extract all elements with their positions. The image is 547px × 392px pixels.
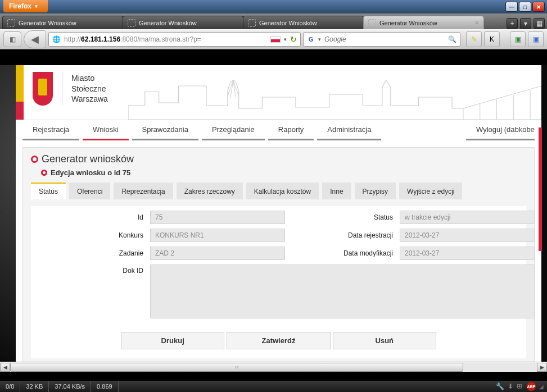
divider	[62, 72, 62, 105]
url-bar[interactable]: 🌐 http://62.181.1.156:8080/ma/ma.strona.…	[48, 32, 301, 47]
bullet-icon	[41, 170, 47, 176]
tab-wyjscie[interactable]: Wyjście z edycji	[399, 183, 463, 199]
bullet-icon	[31, 156, 38, 163]
panel-title: Generator wniosków	[31, 153, 526, 165]
label-data-modyfikacji: Data modyfikacji	[292, 249, 393, 257]
new-tab-button[interactable]: +	[507, 18, 518, 29]
addon-button[interactable]: ▣	[528, 31, 544, 47]
search-icon[interactable]: 🔍	[448, 35, 456, 43]
minimize-button[interactable]: —	[505, 2, 518, 12]
close-button[interactable]: ✕	[532, 2, 545, 12]
download-icon[interactable]: ⬇	[508, 382, 513, 390]
status-time: 0.869	[91, 381, 119, 392]
field-status: w trakcie edycji	[400, 211, 535, 224]
svg-line-8	[233, 80, 236, 98]
tab-reprezentacja[interactable]: Reprezentacja	[114, 183, 173, 199]
addon-button[interactable]: ▣	[510, 31, 526, 47]
approve-button[interactable]: Zatwierdź	[227, 332, 330, 349]
search-bar[interactable]: G ▾ 🔍	[303, 32, 460, 47]
accent-bar	[539, 127, 542, 251]
chevron-down-icon[interactable]: ▾	[318, 37, 321, 42]
flag-icon	[270, 36, 281, 43]
field-data-modyfikacji: 2012-03-27	[400, 247, 535, 260]
close-icon[interactable]: ✕	[474, 20, 479, 26]
sidebar-toggle-button[interactable]: ◧	[3, 31, 21, 47]
horizontal-scrollbar[interactable]: ◀ ▶	[0, 362, 547, 372]
field-zadanie: ZAD 2	[150, 247, 285, 260]
search-input[interactable]	[324, 35, 445, 43]
form-tabs: Status Oferenci Reprezentacja Zakres rze…	[31, 183, 526, 199]
tab-title: Generator Wniosków	[139, 20, 197, 26]
label-data-rejestracji: Data rejestracji	[292, 231, 393, 239]
label-id: Id	[31, 213, 143, 221]
nav-sprawozdania[interactable]: Sprawozdania	[132, 120, 198, 140]
skyline-illustration	[128, 75, 541, 120]
url-text[interactable]: http://62.181.1.156:8080/ma/ma.strona.st…	[64, 35, 267, 43]
tab-inne[interactable]: Inne	[322, 183, 351, 199]
tab-oferenci[interactable]: Oferenci	[69, 183, 110, 199]
nav-raporty[interactable]: Raporty	[268, 120, 314, 140]
status-counter: 0/0	[0, 381, 20, 392]
browser-tab[interactable]: Generator Wniosków	[243, 16, 364, 29]
shield-icon[interactable]: ⛨	[517, 382, 523, 390]
browser-navbar: ◧ ◀ 🌐 http://62.181.1.156:8080/ma/ma.str…	[0, 29, 547, 49]
delete-button[interactable]: Usuń	[333, 332, 436, 349]
label-dokid: Dok ID	[31, 265, 143, 275]
tab-zakres[interactable]: Zakres rzeczowy	[177, 183, 243, 199]
list-tabs-button[interactable]: ▾	[520, 18, 531, 29]
browser-statusbar: 0/0 32 KB 37.04 KB/s 0.869 🔧 ⬇ ⛨ ABP ◢	[0, 381, 547, 392]
label-konkurs: Konkurs	[31, 231, 143, 239]
browser-tab[interactable]: Generator Wniosków	[123, 16, 243, 29]
maximize-button[interactable]: □	[519, 2, 531, 12]
chevron-down-icon[interactable]: ▾	[284, 37, 287, 42]
google-icon: G	[307, 35, 315, 43]
page-icon	[368, 19, 376, 27]
browser-tab[interactable]: Generator Wniosków ✕	[363, 16, 484, 29]
reload-icon[interactable]: ↻	[290, 35, 297, 44]
banner-stripe	[16, 65, 24, 120]
tab-status[interactable]: Status	[31, 183, 66, 199]
k-addon-button[interactable]: K	[484, 31, 500, 47]
status-speed: 37.04 KB/s	[49, 381, 91, 392]
field-dokid[interactable]	[150, 265, 535, 318]
main-nav: Rejestracja Wnioski Sprawozdania Przeglą…	[16, 120, 541, 140]
content-panel: Generator wniosków Edycja wniosku o id 7…	[22, 147, 535, 368]
highlighter-addon-button[interactable]: ✎	[466, 31, 482, 47]
scroll-thumb[interactable]	[10, 363, 463, 372]
nav-przegladanie[interactable]: Przeglądanie	[202, 120, 265, 140]
scroll-right-button[interactable]: ▶	[537, 363, 547, 372]
logout-link[interactable]: Wyloguj (dabkobe	[466, 120, 535, 140]
tab-kalkulacja[interactable]: Kalkulacja kosztów	[246, 183, 319, 199]
page-icon	[128, 19, 135, 27]
tab-title: Generator Wniosków	[19, 20, 76, 26]
logo-text: Miasto Stołeczne Warszawa	[71, 73, 108, 105]
tab-groups-button[interactable]: ▦	[534, 18, 545, 29]
back-button[interactable]: ◀	[24, 30, 46, 48]
nav-wnioski[interactable]: Wnioski	[83, 120, 129, 140]
page-body: Miasto Stołeczne Warszawa Rejestra	[16, 65, 541, 362]
crest-icon	[33, 72, 53, 106]
nav-rejestracja[interactable]: Rejestracja	[22, 120, 79, 140]
status-form: Id 75 Status w trakcie edycji Konkurs KO…	[31, 206, 526, 358]
wrench-icon[interactable]: 🔧	[496, 382, 504, 390]
firefox-menu-button[interactable]: Firefox	[3, 0, 48, 12]
nav-administracja[interactable]: Administracja	[317, 120, 381, 140]
tab-title: Generator Wniosków	[259, 20, 317, 26]
site-logo[interactable]: Miasto Stołeczne Warszawa	[33, 72, 108, 106]
browser-tab[interactable]: Generator Wniosków	[2, 16, 123, 29]
field-data-rejestracji: 2012-03-27	[400, 229, 535, 242]
resize-grip-icon[interactable]: ◢	[539, 384, 544, 390]
site-banner: Miasto Stołeczne Warszawa	[16, 65, 541, 120]
field-id: 75	[150, 211, 285, 224]
globe-icon: 🌐	[52, 35, 61, 43]
abp-icon[interactable]: ABP	[527, 382, 536, 391]
os-titlebar: — □ ✕	[0, 0, 547, 13]
page-viewport: Miasto Stołeczne Warszawa Rejestra	[0, 65, 547, 372]
scroll-track[interactable]	[10, 363, 537, 372]
svg-line-7	[230, 80, 233, 98]
tab-przypisy[interactable]: Przypisy	[355, 183, 396, 199]
page-icon	[248, 19, 256, 27]
print-button[interactable]: Drukuj	[121, 332, 224, 349]
page-icon	[7, 19, 15, 27]
scroll-left-button[interactable]: ◀	[0, 363, 10, 372]
